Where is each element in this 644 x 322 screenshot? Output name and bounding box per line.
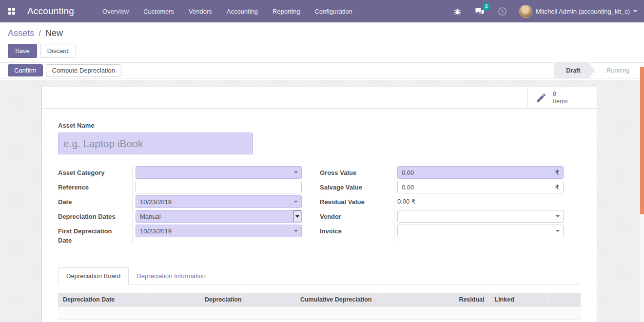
breadcrumb-separator: / — [39, 28, 41, 38]
vertical-scrollbar — [640, 65, 644, 322]
items-count: 0 — [553, 91, 568, 98]
column-divider — [394, 167, 394, 244]
depreciation-dates-widget: Manual — [136, 210, 302, 223]
scrollbar-thumb[interactable] — [640, 67, 644, 214]
asset-category-label: Asset Category — [58, 166, 132, 178]
col-cumulative-depreciation[interactable]: Cumulative Depreciation — [247, 293, 377, 306]
state-running[interactable]: Running — [595, 63, 640, 78]
chevron-down-icon[interactable] — [556, 215, 560, 217]
menu-customers[interactable]: Customers — [143, 8, 174, 15]
statusbar: Confirm Compute Depreciation Draft Runni… — [0, 63, 644, 78]
column-divider — [132, 167, 133, 244]
form-sheet: 0 Items Asset Name Asset Category — [41, 87, 597, 322]
breadcrumb: Assets / New — [8, 28, 636, 38]
asset-name-input[interactable] — [58, 133, 253, 154]
right-column: Gross Value 0.00 ₹ Salvage Value — [320, 166, 564, 246]
reference-input[interactable] — [136, 181, 302, 193]
table-empty-row[interactable] — [58, 320, 581, 322]
field-salvage-value: Salvage Value 0.00 ₹ — [320, 181, 564, 195]
state-draft[interactable]: Draft — [554, 63, 595, 78]
chevron-down-icon[interactable] — [294, 201, 298, 203]
menu-accounting[interactable]: Accounting — [227, 8, 258, 15]
messages-menu[interactable]: 3 — [474, 6, 485, 17]
gross-value-input[interactable]: 0.00 ₹ — [397, 166, 564, 179]
chevron-down-icon[interactable] — [556, 230, 560, 232]
currency-rupee-symbol: ₹ — [555, 184, 559, 191]
chevron-down-icon — [295, 215, 299, 218]
first-depreciation-date-widget: 10/23/2019 — [136, 225, 302, 237]
field-first-depreciation-date: First Depreciation Date 10/23/2019 — [58, 225, 302, 246]
first-depreciation-date-input[interactable]: 10/23/2019 — [136, 225, 302, 237]
field-vendor: Vendor — [320, 210, 564, 225]
menu-overview[interactable]: Overview — [102, 8, 129, 15]
menu-reporting[interactable]: Reporting — [273, 8, 300, 15]
tab-depreciation-board[interactable]: Depreciation Board — [58, 267, 129, 284]
activities-menu[interactable] — [497, 6, 507, 17]
app-title[interactable]: Accounting — [27, 6, 74, 17]
gross-value-amount: 0.00 — [402, 169, 414, 176]
invoice-input[interactable] — [397, 225, 564, 237]
field-gross-value: Gross Value 0.00 ₹ — [320, 166, 564, 181]
accounting-asset-form-screen: Accounting Overview Customers Vendors Ac… — [0, 0, 644, 322]
notebook-tabs: Depreciation Board Depreciation Informat… — [58, 267, 581, 284]
discard-button[interactable]: Discard — [40, 44, 76, 58]
field-date: Date 10/23/2019 — [58, 195, 302, 210]
form-action-buttons: Save Discard — [8, 44, 636, 58]
pencil-icon — [535, 92, 547, 104]
col-depreciation[interactable]: Depreciation — [152, 293, 247, 306]
breadcrumb-assets-link[interactable]: Assets — [8, 28, 34, 38]
depreciation-dates-select[interactable]: Manual — [136, 210, 302, 223]
date-input[interactable]: 10/23/2019 — [136, 195, 302, 208]
user-name-label: Mitchell Admin (accounting_kit_c) — [536, 8, 630, 15]
vendor-widget — [397, 210, 564, 223]
apps-menu-icon[interactable] — [4, 3, 20, 19]
salvage-value-input[interactable]: 0.00 ₹ — [397, 181, 564, 193]
depreciation-board-table: Depreciation Date Depreciation Cumulativ… — [58, 293, 581, 306]
menu-configuration[interactable]: Configuration — [314, 8, 352, 15]
first-depreciation-date-label: First Depreciation Date — [58, 225, 132, 246]
main-menu: Overview Customers Vendors Accounting Re… — [102, 8, 352, 15]
bug-icon — [453, 7, 462, 16]
control-panel: Assets / New Save Discard — [0, 22, 644, 63]
chevron-down-icon[interactable] — [294, 171, 298, 173]
grid-icon — [8, 7, 16, 15]
compute-depreciation-button[interactable]: Compute Depreciation — [46, 64, 121, 76]
col-residual[interactable]: Residual — [377, 293, 489, 306]
field-invoice: Invoice — [320, 225, 564, 239]
clock-icon — [498, 7, 507, 16]
col-linked[interactable]: Linked — [489, 293, 547, 306]
systray: 3 Mitchell Admin (accounting_kit_c) — [452, 5, 637, 18]
vendor-input[interactable] — [397, 210, 564, 223]
top-navbar: Accounting Overview Customers Vendors Ac… — [0, 0, 644, 22]
field-depreciation-dates: Depreciation Dates Manual — [58, 210, 302, 225]
statusbar-states: Draft Running — [554, 63, 640, 78]
statusbar-buttons: Confirm Compute Depreciation — [8, 64, 121, 76]
breadcrumb-current: New — [45, 28, 63, 38]
table-empty-row[interactable] — [58, 306, 581, 320]
avatar — [519, 5, 532, 18]
select-dropdown-button[interactable] — [293, 210, 301, 222]
debug-bug-icon[interactable] — [452, 6, 463, 17]
currency-rupee-symbol: ₹ — [555, 169, 559, 176]
tab-depreciation-information[interactable]: Depreciation Information — [129, 268, 214, 284]
sheet-header: 0 Items — [42, 87, 597, 109]
col-empty — [547, 293, 581, 306]
gross-value-widget: 0.00 ₹ — [397, 166, 564, 179]
asset-category-widget — [136, 166, 302, 179]
date-label: Date — [58, 195, 132, 207]
residual-value-label: Residual Value — [320, 195, 394, 207]
form-columns: Asset Category Reference — [58, 166, 581, 246]
chevron-down-icon[interactable] — [294, 230, 298, 232]
reference-label: Reference — [58, 181, 132, 192]
menu-vendors[interactable]: Vendors — [189, 8, 212, 15]
content-area: 0 Items Asset Name Asset Category — [0, 80, 640, 322]
stat-text: 0 Items — [553, 91, 568, 105]
items-stat-button[interactable]: 0 Items — [527, 87, 597, 109]
vendor-label: Vendor — [320, 210, 394, 222]
user-menu[interactable]: Mitchell Admin (accounting_kit_c) — [519, 5, 637, 18]
confirm-button[interactable]: Confirm — [8, 64, 43, 76]
col-depreciation-date[interactable]: Depreciation Date — [58, 293, 152, 306]
save-button[interactable]: Save — [8, 44, 37, 58]
asset-category-input[interactable] — [136, 166, 302, 179]
asset-name-label: Asset Name — [58, 122, 581, 129]
